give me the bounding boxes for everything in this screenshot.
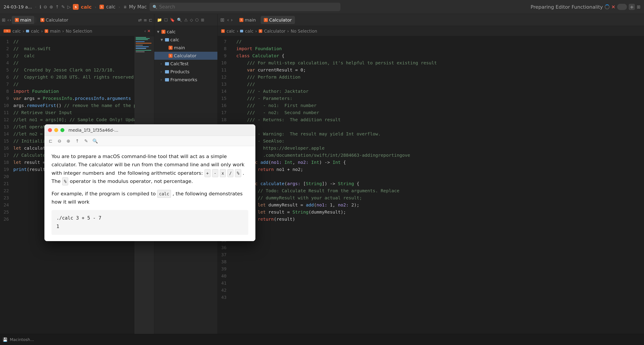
op-mod: %	[235, 169, 241, 177]
ft-file-main[interactable]: S main	[154, 44, 218, 52]
ft-root-calc[interactable]: ▼ S calc	[154, 28, 218, 36]
op-mod-ref: %	[62, 178, 68, 186]
ft-chevron-calc: ▼	[160, 38, 164, 42]
run-controls: ▷	[67, 4, 70, 10]
modal-pencil-icon[interactable]: ✎	[83, 138, 89, 144]
rbc-folder-icon	[240, 30, 243, 32]
ft-label-calctest: CalcTest	[170, 61, 188, 66]
right-tab-bar: ⊞ ‹ › S main S Calculator	[218, 14, 644, 26]
ft-icon-folder-frameworks	[165, 78, 169, 82]
left-panel-icon[interactable]: ⊞	[2, 17, 6, 23]
right-nav-fwd[interactable]: ›	[231, 17, 233, 23]
ft-bookmark-icon[interactable]: 🔖	[170, 18, 175, 22]
ft-folder-icon[interactable]: 📁	[157, 18, 162, 22]
zoom-out-icon[interactable]: ⊖	[44, 4, 47, 10]
nav-back[interactable]: ‹	[7, 17, 9, 23]
modal-split-icon[interactable]: ⊏	[48, 138, 54, 144]
rbc-0: calc	[226, 29, 235, 34]
bc-back-icon[interactable]: ‹	[144, 29, 146, 33]
modal-titlebar: media_1f3_1f35a46d-...	[44, 124, 256, 136]
window-title-area: 24-03-19 a... · ℹ ⊖ ⊕ ↑ ✎ ▷ S calc › S c…	[4, 4, 147, 10]
theme-toggle[interactable]	[617, 4, 627, 10]
ft-shape-icon[interactable]: ⬡	[195, 18, 199, 22]
platform-label[interactable]: My Mac	[129, 4, 147, 10]
lines-icon[interactable]: ≡	[144, 18, 147, 22]
tab-calc-icon: S	[40, 18, 44, 22]
ft-chevron-root: ▼	[157, 30, 160, 34]
op-plus: +	[204, 169, 210, 177]
right-tab-calc-label: Calculator	[269, 17, 292, 23]
modal-text-1: You are to prepare a macOS command-line …	[52, 152, 248, 186]
rbc-swift-icon: S	[221, 29, 225, 33]
calc-ref: calc	[157, 190, 171, 198]
ft-icon-folder-calctest	[165, 62, 169, 66]
rbc-1: calc	[245, 29, 254, 34]
ft-layers-icon[interactable]: ⊞	[201, 18, 204, 22]
macintosh-hd-icon[interactable]: 💾	[3, 337, 8, 342]
rbc-2: Calculator	[264, 29, 285, 34]
modal-maximize-button[interactable]	[60, 128, 64, 132]
modal-close-button[interactable]	[48, 128, 52, 132]
bc-2: main	[50, 29, 60, 34]
ft-chevron-frameworks: ›	[160, 78, 164, 82]
modal-text-2: For example, if the program is compiled …	[52, 190, 248, 206]
layout-icon[interactable]: ⊞	[637, 4, 640, 10]
right-tab-calc-icon: S	[264, 18, 268, 22]
right-code-content: // import Foundation class Calculator { …	[229, 36, 644, 345]
info-icon[interactable]: ℹ	[40, 4, 41, 10]
nav-forward[interactable]: ›	[10, 17, 11, 23]
ft-folder-frameworks[interactable]: › Frameworks	[154, 76, 218, 84]
modal-share-icon[interactable]: ↑	[74, 138, 80, 144]
search-bar[interactable]: 🔍 Search	[150, 3, 340, 11]
ft-folder-calctest[interactable]: › CalcTest	[154, 60, 218, 68]
ft-chevron-products: ›	[160, 70, 164, 74]
ft-git-icon[interactable]: ◇	[190, 18, 193, 22]
ft-chevron-calctest: ›	[160, 62, 164, 66]
ft-label-calc: calc	[167, 29, 176, 34]
ft-file-calculator[interactable]: S Calculator	[154, 52, 218, 60]
rbc-swift-icon2: S	[259, 29, 262, 33]
bc-swift-icon: S	[45, 29, 48, 33]
bc-close-icon[interactable]: ✕	[147, 29, 150, 33]
sync-icon[interactable]: ⇄	[138, 18, 142, 22]
split-icon[interactable]: ⊏	[149, 18, 152, 22]
right-tab-calculator[interactable]: S Calculator	[261, 16, 295, 24]
bc-1: calc	[31, 29, 39, 34]
stop-icon[interactable]: ✕	[611, 4, 615, 10]
modal-zoom-in-icon[interactable]: ⊕	[65, 138, 72, 144]
tab-calculator[interactable]: S Calculator	[37, 16, 72, 24]
tab-main[interactable]: S main	[12, 16, 34, 24]
add-tab-button[interactable]: +	[629, 4, 635, 10]
ft-folder-calc[interactable]: ▼ calc	[154, 36, 218, 44]
modal-toolbar: ⊏ ⊖ ⊕ ↑ ✎ 🔍	[44, 136, 256, 146]
right-nav-back[interactable]: ‹	[227, 17, 229, 23]
pencil-icon[interactable]: ✎	[61, 4, 65, 10]
ft-search-icon[interactable]: 🔍	[177, 18, 182, 22]
ft-check-icon[interactable]: ☐	[164, 18, 168, 22]
ft-icon-folder-products	[165, 70, 169, 74]
tab-icon-calc: S	[100, 5, 104, 9]
ft-folder-products[interactable]: › Products	[154, 68, 218, 76]
right-code-area[interactable]: 7891011 1213141516 1718192021 2223242526…	[218, 36, 644, 345]
ft-label-main: main	[174, 45, 185, 50]
modal-code-block: ./calc 3 + 5 - 7 1	[52, 210, 248, 235]
ft-warn-icon[interactable]: ⚠	[184, 18, 188, 22]
zoom-in-icon[interactable]: ⊕	[50, 4, 53, 10]
search-icon: 🔍	[152, 5, 158, 9]
file-tree-toolbar: 📁 ☐ 🔖 🔍 ⚠ ◇ ⬡ ⊞	[154, 14, 218, 26]
modal-body: You are to prepare a macOS command-line …	[44, 146, 256, 241]
right-tab-main[interactable]: S main	[236, 16, 259, 24]
right-panel-icon[interactable]: ⊞	[220, 17, 224, 23]
share-icon[interactable]: ↑	[55, 4, 59, 10]
modal-zoom-out-icon[interactable]: ⊖	[56, 138, 62, 144]
ft-icon-calc: S	[162, 30, 166, 34]
bc-folder-icon	[26, 30, 29, 32]
bottom-bar: 💾 Macintosh...	[0, 334, 644, 345]
tab-main-label: main	[20, 17, 31, 23]
sep1: ·	[35, 5, 36, 9]
modal-minimize-button[interactable]	[54, 128, 58, 132]
tab-calc-label[interactable]: calc	[106, 4, 116, 10]
op-x: x	[220, 169, 226, 177]
tab-calc-label: Calculator	[46, 17, 68, 23]
modal-search-icon[interactable]: 🔍	[92, 138, 98, 144]
